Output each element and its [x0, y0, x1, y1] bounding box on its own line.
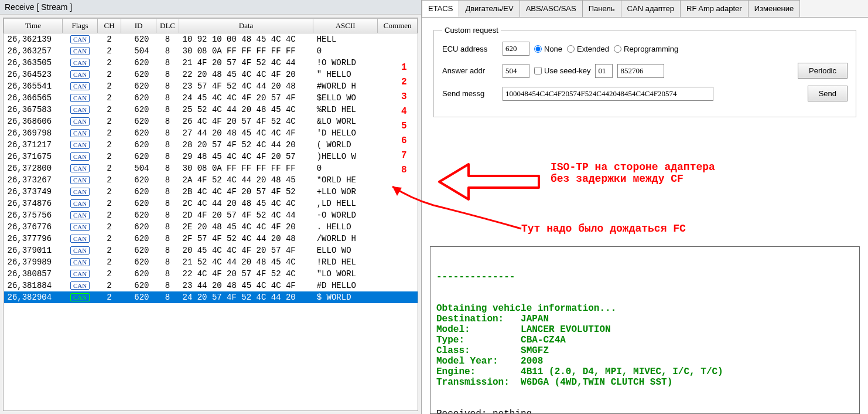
- col-time[interactable]: Time: [4, 19, 63, 33]
- col-ch[interactable]: CH: [98, 19, 121, 33]
- col-flags[interactable]: Flags: [63, 19, 98, 33]
- col-ascii[interactable]: ASCII: [313, 19, 378, 33]
- table-row[interactable]: 26,364523CAN2620822 20 48 45 4C 4C 4F 20…: [4, 69, 418, 80]
- seed-val2-input[interactable]: [617, 64, 664, 78]
- terminal-line: Engine: 4B11 (2.0, D4, MPI, MIVEC, I/C, …: [436, 367, 853, 377]
- terminal-line: Destination: JAPAN: [436, 314, 853, 324]
- terminal-sep: --------------: [436, 272, 853, 282]
- table-row[interactable]: 26,367583CAN2620825 52 4C 44 20 48 45 4C…: [4, 104, 418, 116]
- table-row[interactable]: 26,372800CAN2504830 08 0A FF FF FF FF FF…: [4, 162, 418, 174]
- tab-6[interactable]: Изменение: [748, 0, 801, 17]
- periodic-button[interactable]: Periodic: [798, 63, 848, 79]
- arrow-annotation-1: [422, 135, 867, 252]
- radio-reprogramming[interactable]: Reprogramming: [614, 45, 678, 53]
- tab-0[interactable]: ETACS: [422, 0, 459, 17]
- table-row[interactable]: 26,380857CAN2620822 4C 4F 20 57 4F 52 4C…: [4, 268, 418, 280]
- table-row[interactable]: 26,366565CAN2620824 45 4C 4C 4F 20 57 4F…: [4, 92, 418, 104]
- table-row[interactable]: 26,376776CAN262082E 20 48 45 4C 4C 4F 20…: [4, 221, 418, 233]
- radio-none[interactable]: None: [534, 45, 562, 53]
- custom-request-group: Custom request ECU address None Extended…: [433, 26, 856, 117]
- answer-addr-label: Answer addr: [442, 66, 498, 75]
- table-row[interactable]: 26,368606CAN2620826 4C 4F 20 57 4F 52 4C…: [4, 116, 418, 127]
- table-row[interactable]: 26,373267CAN262082A 4F 52 4C 44 20 48 45…: [4, 174, 418, 186]
- send-button[interactable]: Send: [808, 86, 848, 101]
- col-dlc[interactable]: DLC: [156, 19, 179, 33]
- radio-none-input[interactable]: [534, 45, 542, 53]
- ecu-address-label: ECU address: [442, 45, 498, 53]
- terminal-line: Model Year: 2008: [436, 356, 853, 367]
- tab-5[interactable]: RF Amp adapter: [680, 0, 749, 17]
- table-row[interactable]: 26,365541CAN2620823 57 4F 52 4C 44 20 48…: [4, 80, 418, 92]
- send-messg-label: Send messg: [442, 89, 498, 98]
- table-row[interactable]: 26,379011CAN2620820 45 4C 4C 4F 20 57 4F…: [4, 245, 418, 256]
- seed-val1-input[interactable]: [595, 64, 613, 78]
- col-id[interactable]: ID: [121, 19, 156, 33]
- terminal-line: Obtaining vehicle information...: [436, 303, 853, 314]
- receive-panel: Receive [ Stream ] TimeFlagsCHIDDLCDataA…: [0, 0, 422, 414]
- table-row[interactable]: 26,379989CAN2620821 52 4C 44 20 48 45 4C…: [4, 256, 418, 268]
- terminal-line: Type: CBA-CZ4A: [436, 335, 853, 345]
- terminal-received: Received: nothing: [436, 409, 853, 414]
- table-row[interactable]: 26,363505CAN2620821 4F 20 57 4F 52 4C 44…: [4, 57, 418, 69]
- annotation-fc: Тут надо было дождаться FC: [521, 223, 686, 235]
- tab-3[interactable]: Панель: [582, 0, 621, 17]
- table-row[interactable]: 26,375756CAN262082D 4F 20 57 4F 52 4C 44…: [4, 209, 418, 221]
- tab-4[interactable]: CAN адаптер: [621, 0, 681, 17]
- radio-reprog-input[interactable]: [614, 45, 621, 53]
- terminal-line: Transmission: W6DGA (4WD,TWIN CLUTCH SST…: [436, 377, 853, 388]
- col-data[interactable]: Data: [179, 19, 313, 33]
- ecu-address-input[interactable]: [503, 42, 529, 56]
- radio-extended[interactable]: Extended: [567, 45, 609, 53]
- receive-table: TimeFlagsCHIDDLCDataASCIICommen 26,36213…: [4, 18, 418, 303]
- radio-extended-input[interactable]: [567, 45, 575, 53]
- table-row[interactable]: 26,363257CAN2504830 08 0A FF FF FF FF FF…: [4, 45, 418, 57]
- terminal-output[interactable]: -------------- Obtaining vehicle informa…: [430, 246, 860, 414]
- terminal-line: Model: LANCER EVOLUTION: [436, 324, 853, 335]
- custom-request-legend: Custom request: [442, 26, 501, 35]
- receive-table-wrap[interactable]: TimeFlagsCHIDDLCDataASCIICommen 26,36213…: [3, 18, 418, 411]
- receive-title: Receive [ Stream ]: [0, 0, 421, 15]
- table-row[interactable]: 26,371675CAN2620829 48 45 4C 4C 4F 20 57…: [4, 151, 418, 162]
- col-commen[interactable]: Commen: [378, 19, 418, 33]
- table-row[interactable]: 26,373749CAN262082B 4C 4C 4F 20 57 4F 52…: [4, 186, 418, 198]
- tab-1[interactable]: Двигатель/EV: [459, 0, 520, 17]
- seed-key-checkbox[interactable]: [534, 67, 542, 74]
- right-panel: ETACSДвигатель/EVABS/ASC/SASПанельCAN ад…: [422, 0, 868, 414]
- table-row[interactable]: 26,369798CAN2620827 44 20 48 45 4C 4C 4F…: [4, 127, 418, 139]
- seed-key-check[interactable]: Use seed-key: [534, 66, 590, 75]
- etacs-panel: Custom request ECU address None Extended…: [422, 18, 868, 125]
- table-row[interactable]: 26,374876CAN262082C 4C 44 20 48 45 4C 4C…: [4, 198, 418, 209]
- answer-addr-input[interactable]: [503, 64, 529, 78]
- send-messg-input[interactable]: [503, 87, 713, 101]
- table-row[interactable]: 26,381884CAN2620823 44 20 48 45 4C 4C 4F…: [4, 280, 418, 291]
- table-row[interactable]: 26,371217CAN2620828 20 57 4F 52 4C 44 20…: [4, 139, 418, 151]
- terminal-line: Class: SMGFZ: [436, 345, 853, 356]
- table-row[interactable]: 26,377796CAN262082F 57 4F 52 4C 44 20 48…: [4, 233, 418, 245]
- tab-2[interactable]: ABS/ASC/SAS: [520, 0, 583, 17]
- annotation-isotp: ISO-TP на стороне адаптера без задержки …: [551, 161, 715, 185]
- table-row[interactable]: 26,362139CAN2620810 92 10 00 48 45 4C 4C…: [4, 33, 418, 46]
- tab-strip: ETACSДвигатель/EVABS/ASC/SASПанельCAN ад…: [422, 0, 868, 18]
- table-row[interactable]: 26,382904CAN2620824 20 57 4F 52 4C 44 20…: [4, 291, 418, 303]
